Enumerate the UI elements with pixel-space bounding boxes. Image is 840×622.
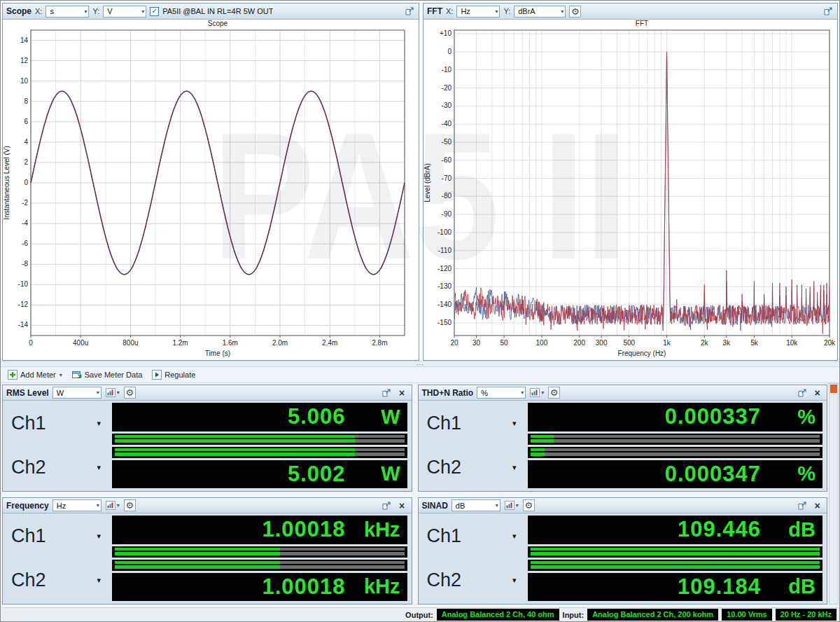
output-config-badge[interactable]: Analog Balanced 2 Ch, 40 ohm <box>437 609 559 621</box>
fft-y-unit-value: dBrA <box>518 7 535 15</box>
svg-text:100: 100 <box>536 339 548 347</box>
meter-unit-select[interactable]: dB ▾ <box>451 499 500 511</box>
meter-value-display: 5.002 W <box>112 460 407 489</box>
meter-title: THD+N Ratio <box>422 388 474 398</box>
meter-value: 1.00018 <box>262 574 345 600</box>
channel-label-text: Ch1 <box>11 413 46 434</box>
fft-settings-button[interactable]: ⚙ <box>569 6 581 18</box>
meter-value-unit: W <box>346 462 400 485</box>
svg-text:20k: 20k <box>824 339 836 347</box>
meter-bar <box>112 560 407 571</box>
input-bandwidth-badge[interactable]: 20 Hz - 20 kHz <box>776 609 836 621</box>
meter-unit-select[interactable]: Hz ▾ <box>52 499 102 511</box>
close-button[interactable]: × <box>811 387 823 399</box>
display-mode-button[interactable]: ▾ <box>105 387 120 399</box>
fft-chart[interactable]: +100-10-20-30-40-50-60-70-80-90-100-110-… <box>424 20 838 359</box>
scope-y-label: Y: <box>92 7 99 15</box>
scrollbar-thumb[interactable] <box>830 385 837 393</box>
channel-selector[interactable]: Ch1 ▾ <box>6 516 109 558</box>
popout-button[interactable] <box>403 6 415 18</box>
chevron-down-icon: ▾ <box>117 389 120 396</box>
meter-bar-divider <box>115 551 405 552</box>
meter-settings-button[interactable]: ⚙ <box>548 387 560 399</box>
save-meter-data-button[interactable]: Save Meter Data <box>68 368 147 381</box>
close-button[interactable]: × <box>396 387 408 399</box>
channel-selector[interactable]: Ch1 ▾ <box>421 403 525 445</box>
close-button[interactable]: × <box>811 499 823 511</box>
meter-unit-select[interactable]: W ▾ <box>52 387 102 399</box>
meter-unit-select[interactable]: % ▾ <box>477 387 526 399</box>
svg-text:Time (s): Time (s) <box>205 350 230 357</box>
save-meter-data-icon <box>72 370 82 380</box>
svg-text:FFT: FFT <box>636 20 648 27</box>
input-range-badge[interactable]: 10.00 Vrms <box>722 609 772 621</box>
channel-selector[interactable]: Ch1 ▾ <box>6 403 109 445</box>
svg-text:-30: -30 <box>442 102 452 109</box>
input-label: Input: <box>563 611 584 619</box>
meter-settings-button[interactable]: ⚙ <box>124 387 136 399</box>
channel-label-text: Ch2 <box>11 569 46 591</box>
regulate-button[interactable]: Regulate <box>148 368 200 381</box>
channel-selector[interactable]: Ch2 ▾ <box>421 447 525 489</box>
chevron-down-icon: ▾ <box>97 576 101 585</box>
add-meter-button[interactable]: Add Meter ▾ <box>4 368 66 381</box>
meter-settings-button[interactable]: ⚙ <box>523 499 535 511</box>
meter-bar-track <box>531 548 820 555</box>
mini-chart-icon <box>106 501 115 510</box>
svg-text:-10: -10 <box>18 280 29 288</box>
scope-x-unit-select[interactable]: s ▾ <box>46 6 89 18</box>
meter-value-unit: dB <box>761 575 816 598</box>
popout-button[interactable] <box>796 499 808 511</box>
scope-y-unit-select[interactable]: V ▾ <box>103 6 146 18</box>
display-mode-button[interactable]: ▾ <box>105 499 120 511</box>
meter-header: Frequency Hz ▾ ▾ ⚙ × <box>3 498 412 513</box>
fft-y-label: Y: <box>503 7 510 15</box>
meter-settings-button[interactable]: ⚙ <box>124 499 136 511</box>
meter-body: Ch1 ▾ 109.446 dB Ch2 ▾ <box>419 513 827 604</box>
annotation-checkbox[interactable]: ✓ <box>150 7 159 16</box>
meter-value: 109.184 <box>678 574 761 600</box>
horizontal-splitter[interactable]: ⋯ <box>1 361 839 367</box>
popout-button[interactable] <box>381 499 393 511</box>
channel-label-text: Ch1 <box>427 525 462 547</box>
scope-chart[interactable]: -14-12-10-8-6-4-2024681012140400u800u1.2… <box>3 20 416 359</box>
svg-text:-110: -110 <box>438 247 452 254</box>
popout-button[interactable] <box>822 6 834 18</box>
popout-button[interactable] <box>381 387 393 399</box>
close-icon: × <box>399 501 405 511</box>
svg-text:0: 0 <box>29 339 33 347</box>
channel-selector[interactable]: Ch1 ▾ <box>421 516 525 558</box>
popout-icon <box>382 501 391 511</box>
meter-title: SINAD <box>422 501 448 511</box>
meter-body: Ch1 ▾ 0.000337 % Ch2 ▾ <box>419 401 827 491</box>
meter-bar-track <box>115 435 405 443</box>
svg-text:-6: -6 <box>22 240 28 247</box>
channel-selector[interactable]: Ch2 ▾ <box>421 560 525 602</box>
meter-bar-track <box>115 561 405 569</box>
channel-selector[interactable]: Ch2 ▾ <box>6 560 109 602</box>
svg-text:-8: -8 <box>22 260 28 268</box>
fft-x-unit-select[interactable]: Hz ▾ <box>456 6 500 18</box>
input-config-badge[interactable]: Analog Balanced 2 Ch, 200 kohm <box>587 609 718 621</box>
scope-panel-header: Scope X: s ▾ Y: V ▾ ✓ PA5II @BAL IN RL=4… <box>3 4 419 20</box>
chevron-down-icon: ▾ <box>97 532 101 541</box>
mini-chart-icon <box>530 388 540 397</box>
close-button[interactable]: × <box>396 499 408 511</box>
popout-icon <box>797 388 807 398</box>
svg-text:Instantaneous Level (V): Instantaneous Level (V) <box>3 146 10 220</box>
meter-header: THD+N Ratio % ▾ ▾ ⚙ × <box>419 385 827 401</box>
chevron-down-icon: ▾ <box>97 389 99 396</box>
meter-panel: RMS Level W ▾ ▾ ⚙ × Ch1 ▾ 5.006 W <box>2 385 412 492</box>
svg-text:500: 500 <box>623 339 635 347</box>
popout-button[interactable] <box>796 387 808 399</box>
chevron-down-icon: ▾ <box>59 372 62 378</box>
svg-text:-20: -20 <box>442 84 452 92</box>
popout-icon <box>382 388 391 398</box>
display-mode-button[interactable]: ▾ <box>529 387 545 399</box>
meters-grid: RMS Level W ▾ ▾ ⚙ × Ch1 ▾ 5.006 W <box>2 385 827 604</box>
display-mode-button[interactable]: ▾ <box>504 499 519 511</box>
meter-panel: SINAD dB ▾ ▾ ⚙ × Ch1 ▾ 109.446 dB <box>418 497 828 604</box>
meters-scrollbar[interactable] <box>829 383 839 604</box>
channel-selector[interactable]: Ch2 ▾ <box>6 447 109 489</box>
fft-y-unit-select[interactable]: dBrA ▾ <box>514 6 566 18</box>
